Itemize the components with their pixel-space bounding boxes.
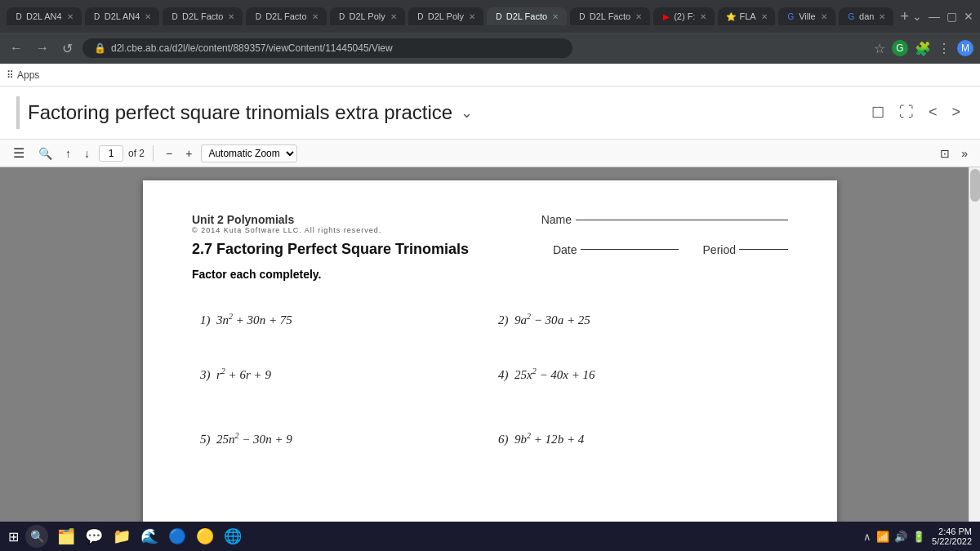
bookmark-icon[interactable]: ☆ bbox=[874, 41, 885, 56]
problem-6-expr: 6) 9b2 + 12b + 4 bbox=[498, 433, 584, 446]
back-button[interactable]: ← bbox=[7, 38, 26, 59]
tab-7[interactable]: D D2L Facto ✕ bbox=[487, 7, 567, 25]
taskbar-app-chrome[interactable]: 🌐 bbox=[221, 525, 244, 548]
pdf-prev-button[interactable]: ↑ bbox=[61, 144, 75, 162]
bookmark-page-icon[interactable]: ☐ bbox=[868, 100, 888, 125]
volume-icon[interactable]: 🔊 bbox=[894, 531, 907, 543]
system-tray: ∧ 📶 🔊 🔋 bbox=[863, 531, 925, 543]
pdf-search-button[interactable]: 🔍 bbox=[34, 144, 56, 162]
tab-5[interactable]: D D2L Poly ✕ bbox=[330, 7, 405, 25]
problem-3: 3) r2 + 6r + 9 bbox=[192, 342, 490, 407]
tab-11[interactable]: G Ville ✕ bbox=[778, 7, 835, 25]
page-header: Factoring perfect square trinomials extr… bbox=[0, 87, 980, 140]
tab-1-close[interactable]: ✕ bbox=[67, 12, 74, 21]
extensions-icon[interactable]: 🧩 bbox=[915, 41, 931, 56]
tab-3-label: D2L Facto bbox=[182, 11, 223, 21]
tab-4[interactable]: D D2L Facto ✕ bbox=[246, 7, 326, 25]
taskbar-app-2[interactable]: 💬 bbox=[82, 525, 105, 548]
problem-5: 5) 25n2 − 30n + 9 bbox=[192, 407, 490, 461]
tab-6[interactable]: D D2L Poly ✕ bbox=[408, 7, 483, 25]
sidebar-toggle-button[interactable]: ☰ bbox=[8, 140, 29, 166]
tab-2[interactable]: D D2L AN4 ✕ bbox=[85, 7, 160, 25]
taskbar-app-6[interactable]: 🟡 bbox=[194, 525, 216, 548]
tab-3[interactable]: D D2L Facto ✕ bbox=[163, 7, 243, 25]
scrollbar-thumb[interactable] bbox=[970, 169, 980, 202]
tab-5-label: D2L Poly bbox=[350, 11, 385, 21]
tab-7-close[interactable]: ✕ bbox=[552, 12, 559, 21]
tab-9[interactable]: ▶ (2) F: ✕ bbox=[653, 7, 715, 25]
page-title-area: Factoring perfect square trinomials extr… bbox=[16, 96, 473, 129]
apps-label-text: Apps bbox=[17, 69, 39, 81]
tab-2-favicon: D bbox=[93, 11, 101, 22]
section-title: 2.7 Factoring Perfect Square Trinomials bbox=[192, 241, 469, 258]
tab-10-favicon: ⭐ bbox=[726, 11, 736, 22]
taskbar-app-edge[interactable]: 🌊 bbox=[138, 525, 161, 548]
tab-3-close[interactable]: ✕ bbox=[228, 12, 234, 21]
tab-menu-button[interactable]: ⌄ bbox=[912, 10, 922, 23]
taskbar: ⊞ 🔍 🗂️ 💬 📁 🌊 🔵 🟡 🌐 ∧ 📶 🔊 🔋 2:46 PM 5/22/… bbox=[0, 522, 980, 551]
problem-4-expr: 4) 25x2 − 40x + 16 bbox=[498, 368, 595, 381]
prev-page-icon[interactable]: < bbox=[925, 100, 941, 125]
browser-toolbar: ☆ G 🧩 ⋮ M bbox=[874, 40, 973, 56]
problem-6: 6) 9b2 + 12b + 4 bbox=[490, 407, 788, 461]
pdf-fit-button[interactable]: ⊡ bbox=[936, 144, 954, 162]
worksheet-title-row: 2.7 Factoring Perfect Square Trinomials … bbox=[192, 241, 788, 258]
zoom-out-button[interactable]: − bbox=[162, 144, 176, 162]
tab-12-close[interactable]: ✕ bbox=[879, 12, 885, 21]
name-underline bbox=[576, 220, 788, 220]
fullscreen-icon[interactable]: ⛶ bbox=[896, 100, 917, 125]
apps-label-container: ⠿ Apps bbox=[7, 69, 39, 81]
close-button[interactable]: ✕ bbox=[964, 10, 973, 23]
tab-10-close[interactable]: ✕ bbox=[761, 12, 768, 21]
scrollbar-track[interactable] bbox=[969, 167, 980, 522]
tab-10[interactable]: ⭐ FLA ✕ bbox=[718, 7, 774, 25]
pdf-more-button[interactable]: » bbox=[957, 144, 972, 162]
taskbar-search-button[interactable]: 🔍 bbox=[25, 525, 48, 548]
maximize-button[interactable]: ▢ bbox=[947, 10, 957, 23]
tab-1[interactable]: D D2L AN4 ✕ bbox=[7, 7, 82, 25]
taskbar-app-1[interactable]: 🗂️ bbox=[55, 525, 78, 548]
profile-icon[interactable]: G bbox=[892, 40, 908, 56]
taskbar-pinned-apps: 🗂️ 💬 📁 🌊 🔵 🟡 🌐 bbox=[55, 525, 244, 548]
pdf-page: Unit 2 Polynomials © 2014 Kuta Software … bbox=[143, 180, 837, 522]
tab-5-close[interactable]: ✕ bbox=[390, 12, 397, 21]
minimize-button[interactable]: — bbox=[929, 10, 940, 23]
tab-12[interactable]: G dan ✕ bbox=[839, 7, 894, 25]
dropdown-chevron-icon[interactable]: ⌄ bbox=[461, 104, 473, 122]
problem-3-expr: 3) r2 + 6r + 9 bbox=[200, 368, 271, 381]
zoom-select[interactable]: Automatic Zoom bbox=[201, 144, 297, 162]
problem-1: 1) 3n2 + 30n + 75 bbox=[192, 297, 490, 342]
date-field: Date bbox=[553, 243, 679, 256]
forward-button[interactable]: → bbox=[33, 38, 52, 59]
name-label: Name bbox=[541, 213, 572, 226]
tab-4-close[interactable]: ✕ bbox=[312, 12, 318, 21]
browser-window: D D2L AN4 ✕ D D2L AN4 ✕ D D2L Facto ✕ D … bbox=[0, 0, 980, 551]
taskbar-app-5[interactable]: 🔵 bbox=[166, 525, 189, 548]
sidebar-indicator bbox=[16, 96, 20, 129]
tab-2-close[interactable]: ✕ bbox=[145, 12, 151, 21]
pdf-scroll-area[interactable]: Unit 2 Polynomials © 2014 Kuta Software … bbox=[0, 167, 980, 522]
tray-chevron-icon[interactable]: ∧ bbox=[863, 531, 871, 543]
reload-button[interactable]: ↺ bbox=[59, 38, 76, 60]
taskbar-app-3[interactable]: 📁 bbox=[110, 525, 133, 548]
unit-title: Unit 2 Polynomials bbox=[192, 213, 381, 226]
pdf-next-button[interactable]: ↓ bbox=[80, 144, 94, 162]
next-page-icon[interactable]: > bbox=[948, 100, 964, 125]
start-button[interactable]: ⊞ bbox=[8, 529, 19, 544]
address-bar[interactable]: 🔒 d2l.cbe.ab.ca/d2l/le/content/889357/vi… bbox=[82, 38, 572, 58]
tab-8-close[interactable]: ✕ bbox=[635, 12, 642, 21]
tab-9-close[interactable]: ✕ bbox=[700, 12, 706, 21]
profile-avatar[interactable]: M bbox=[957, 40, 973, 56]
taskbar-clock[interactable]: 2:46 PM 5/22/2022 bbox=[932, 527, 972, 546]
tab-4-label: D2L Facto bbox=[265, 11, 306, 21]
zoom-in-button[interactable]: + bbox=[181, 144, 196, 162]
tab-6-close[interactable]: ✕ bbox=[469, 12, 475, 21]
wifi-icon[interactable]: 📶 bbox=[876, 531, 889, 543]
battery-icon[interactable]: 🔋 bbox=[912, 531, 925, 543]
tab-8[interactable]: D D2L Facto ✕ bbox=[570, 7, 650, 25]
page-number-input[interactable] bbox=[99, 145, 123, 162]
tab-11-close[interactable]: ✕ bbox=[821, 12, 827, 21]
new-tab-button[interactable]: + bbox=[900, 8, 909, 25]
menu-button[interactable]: ⋮ bbox=[938, 41, 951, 56]
copyright-text: © 2014 Kuta Software LLC. All rights res… bbox=[192, 226, 381, 234]
